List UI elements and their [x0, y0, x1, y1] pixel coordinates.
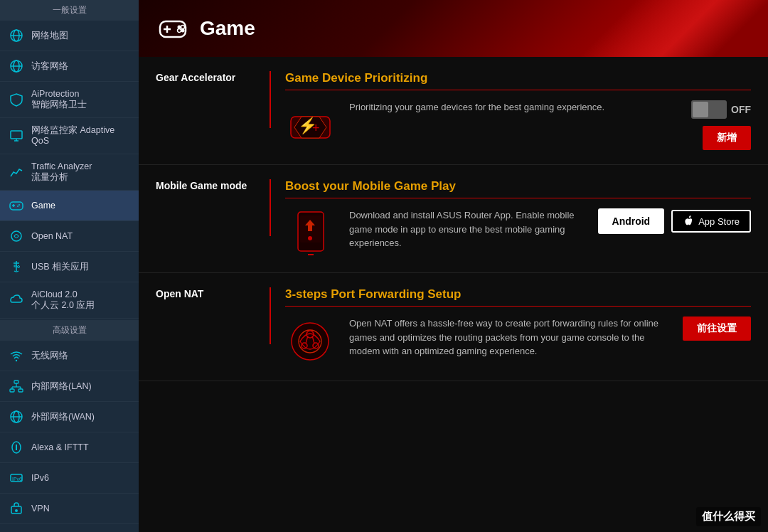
mobile-game-icon [285, 208, 335, 258]
svg-point-41 [178, 29, 181, 33]
sidebar-item-lan[interactable]: 内部网络(LAN) [0, 371, 139, 402]
sidebar-item-network-map-label: 网络地图 [31, 31, 68, 41]
svg-rect-21 [10, 389, 14, 392]
svg-text:IPv6: IPv6 [12, 477, 22, 482]
main-content: Game Gear Accelerator Game Device Priori… [139, 0, 768, 532]
appstore-button[interactable]: App Store [671, 210, 751, 233]
sidebar-item-usb[interactable]: USB 相关应用 [0, 252, 139, 282]
svg-point-35 [15, 509, 18, 512]
wan-icon [9, 409, 24, 425]
open-nat-label: Open NAT [156, 287, 255, 300]
page-header-icon [156, 11, 190, 46]
lan-icon [9, 378, 24, 394]
advanced-section-label: 高级设置 [0, 320, 139, 341]
globe2-icon [9, 58, 24, 74]
section-divider-2 [270, 179, 271, 236]
sidebar-item-guest-network[interactable]: 访客网络 [0, 51, 139, 82]
gear-accelerator-description: Prioritizing your game devices for the b… [349, 100, 677, 115]
watermark: 值什么得买 [696, 507, 761, 526]
content-body: Gear Accelerator Game Device Prioritizin… [139, 57, 768, 532]
open-nat-icon [285, 316, 335, 366]
open-nat-settings-button[interactable]: 前往设置 [683, 316, 751, 341]
store-buttons: Android App Store [598, 208, 751, 234]
svg-point-42 [181, 26, 185, 29]
sidebar-item-wireless-label: 无线网络 [31, 351, 68, 361]
open-nat-body: Open NAT offers a hassle-free way to cre… [285, 316, 751, 366]
mobile-game-section: Mobile Game mode Boost your Mobile Game … [139, 165, 768, 273]
sidebar-item-traffic-analyzer[interactable]: Traffic Analyzer流量分析 [0, 154, 139, 191]
sidebar-item-usb-label: USB 相关应用 [31, 262, 89, 272]
sidebar-item-network-map[interactable]: 网络地图 [0, 21, 139, 51]
page-header: Game [139, 0, 768, 57]
svg-point-19 [16, 360, 17, 361]
sidebar-item-aicloud-label: AiCloud 2.0个人云 2.0 应用 [31, 289, 95, 311]
nat-icon [9, 228, 24, 244]
page-title: Game [200, 17, 255, 40]
toggle-knob [693, 102, 708, 117]
svg-point-14 [11, 231, 21, 241]
usb-icon [9, 259, 24, 275]
globe-icon [9, 28, 24, 43]
open-nat-description: Open NAT offers a hassle-free way to cre… [349, 316, 668, 358]
sidebar-item-aiprotection-label: AiProtection智能网络卫士 [31, 89, 87, 110]
svg-text:+: + [312, 121, 320, 135]
sidebar-item-traffic-label: Traffic Analyzer流量分析 [31, 161, 92, 183]
sidebar-item-adaptive-qos[interactable]: 网络监控家 AdaptiveQoS [0, 118, 139, 154]
sidebar-item-wan[interactable]: 外部网络(WAN) [0, 402, 139, 432]
add-device-button[interactable]: 新增 [703, 126, 751, 150]
mobile-game-title: Boost your Mobile Game Play [285, 179, 751, 198]
section-divider-3 [270, 287, 271, 344]
svg-point-12 [18, 204, 20, 206]
svg-point-50 [292, 323, 329, 360]
sidebar-item-open-nat-label: Open NAT [31, 231, 73, 242]
gear-accelerator-actions: OFF 新增 [691, 100, 751, 150]
gear-accelerator-section: Gear Accelerator Game Device Prioritizin… [139, 57, 768, 165]
sidebar-item-ipv6[interactable]: IPv6 IPv6 [0, 463, 139, 494]
svg-point-18 [18, 266, 20, 268]
sidebar-item-vpn-label: VPN [31, 504, 50, 514]
mobile-game-label: Mobile Game mode [156, 179, 255, 192]
gamepad-icon [9, 198, 24, 213]
sidebar-item-qos-label: 网络监控家 AdaptiveQoS [31, 125, 114, 147]
sidebar-item-alexa[interactable]: Alexa & IFTTT [0, 432, 139, 463]
toggle-track[interactable] [691, 100, 727, 119]
alexa-icon [9, 440, 24, 455]
sidebar-item-aiprotection[interactable]: AiProtection智能网络卫士 [0, 82, 139, 118]
sidebar-item-open-nat[interactable]: Open NAT [0, 221, 139, 252]
sidebar-item-lan-label: 内部网络(LAN) [31, 381, 92, 392]
gear-accelerator-label: Gear Accelerator [156, 71, 255, 84]
mobile-game-content: Boost your Mobile Game Play Download and… [285, 179, 751, 258]
sidebar-item-alexa-label: Alexa & IFTTT [31, 442, 89, 453]
svg-rect-20 [14, 381, 18, 383]
gear-accelerator-content: Game Device Prioritizing ⚡ + Prioritizin… [285, 71, 751, 150]
gear-accelerator-title: Game Device Prioritizing [285, 71, 751, 90]
open-nat-section: Open NAT 3-steps Port Forwarding Setup [139, 273, 768, 381]
svg-rect-22 [18, 389, 23, 392]
sidebar-item-guest-label: 访客网络 [31, 61, 68, 72]
monitor-icon [9, 128, 24, 144]
appstore-label: App Store [698, 216, 740, 227]
chart-icon [9, 164, 24, 180]
mobile-game-description: Download and install ASUS Router App. En… [349, 208, 584, 250]
shield-icon [9, 92, 24, 107]
sidebar-item-game[interactable]: Game [0, 191, 139, 221]
svg-point-13 [17, 206, 18, 207]
open-nat-actions: 前往设置 [683, 316, 751, 341]
open-nat-title: 3-steps Port Forwarding Setup [285, 287, 751, 307]
wifi-icon [9, 348, 24, 363]
mobile-game-body: Download and install ASUS Router App. En… [285, 208, 751, 258]
cloud-icon [9, 292, 24, 308]
sidebar-item-wan-label: 外部网络(WAN) [31, 412, 95, 422]
toggle-switch[interactable]: OFF [691, 100, 751, 119]
sidebar-item-vpn[interactable]: VPN [0, 494, 139, 524]
watermark-text: 值什么得买 [702, 510, 755, 522]
apple-icon [683, 216, 694, 227]
svg-rect-17 [14, 265, 16, 267]
ipv6-icon: IPv6 [9, 470, 24, 486]
mobile-game-actions: Android App Store [598, 208, 751, 234]
svg-rect-9 [10, 202, 23, 210]
sidebar-item-wireless[interactable]: 无线网络 [0, 341, 139, 371]
sidebar-item-aicloud[interactable]: AiCloud 2.0个人云 2.0 应用 [0, 282, 139, 319]
android-button[interactable]: Android [598, 208, 665, 234]
toggle-label: OFF [731, 104, 751, 115]
